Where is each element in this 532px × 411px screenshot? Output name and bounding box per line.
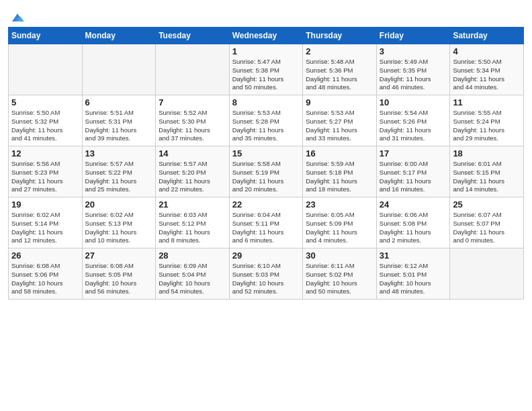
day-number: 29 (232, 250, 300, 261)
calendar-cell (450, 248, 524, 300)
day-number: 16 (306, 148, 373, 158)
day-info: Sunrise: 6:02 AM Sunset: 5:14 PM Dayligh… (11, 211, 79, 245)
day-info: Sunrise: 5:57 AM Sunset: 5:20 PM Dayligh… (159, 160, 226, 194)
day-info: Sunrise: 5:50 AM Sunset: 5:32 PM Dayligh… (11, 109, 79, 143)
day-info: Sunrise: 5:52 AM Sunset: 5:30 PM Dayligh… (159, 109, 226, 143)
calendar-cell: 26Sunrise: 6:08 AM Sunset: 5:06 PM Dayli… (9, 248, 83, 300)
day-header-saturday: Saturday (450, 28, 524, 44)
day-number: 1 (232, 46, 300, 56)
calendar-cell: 21Sunrise: 6:03 AM Sunset: 5:12 PM Dayli… (156, 197, 230, 248)
day-info: Sunrise: 5:56 AM Sunset: 5:23 PM Dayligh… (11, 160, 79, 194)
calendar-cell (9, 44, 83, 95)
calendar-cell: 6Sunrise: 5:51 AM Sunset: 5:31 PM Daylig… (82, 95, 156, 146)
calendar-week-4: 19Sunrise: 6:02 AM Sunset: 5:14 PM Dayli… (9, 197, 524, 248)
calendar-cell: 30Sunrise: 6:11 AM Sunset: 5:02 PM Dayli… (303, 248, 377, 300)
day-number: 5 (11, 97, 79, 107)
calendar-cell: 23Sunrise: 6:05 AM Sunset: 5:09 PM Dayli… (303, 197, 377, 248)
day-info: Sunrise: 6:08 AM Sunset: 5:06 PM Dayligh… (11, 262, 79, 296)
day-number: 23 (306, 199, 373, 210)
calendar-cell: 27Sunrise: 6:08 AM Sunset: 5:05 PM Dayli… (82, 248, 156, 300)
calendar-header-row: SundayMondayTuesdayWednesdayThursdayFrid… (9, 28, 524, 44)
day-number: 27 (85, 250, 153, 261)
day-number: 2 (306, 46, 373, 56)
calendar-cell: 13Sunrise: 5:57 AM Sunset: 5:22 PM Dayli… (82, 146, 156, 197)
day-info: Sunrise: 5:58 AM Sunset: 5:19 PM Dayligh… (232, 160, 300, 194)
calendar-cell: 24Sunrise: 6:06 AM Sunset: 5:08 PM Dayli… (376, 197, 450, 248)
day-info: Sunrise: 5:57 AM Sunset: 5:22 PM Dayligh… (85, 160, 153, 194)
day-number: 14 (159, 148, 226, 158)
day-info: Sunrise: 6:09 AM Sunset: 5:04 PM Dayligh… (159, 262, 226, 296)
logo (8, 9, 26, 23)
day-info: Sunrise: 5:50 AM Sunset: 5:34 PM Dayligh… (453, 58, 521, 92)
calendar-cell: 20Sunrise: 6:02 AM Sunset: 5:13 PM Dayli… (82, 197, 156, 248)
day-info: Sunrise: 6:08 AM Sunset: 5:05 PM Dayligh… (85, 262, 153, 296)
day-number: 15 (232, 148, 300, 158)
header (8, 7, 524, 23)
day-number: 13 (85, 148, 153, 158)
calendar-cell: 16Sunrise: 5:59 AM Sunset: 5:18 PM Dayli… (303, 146, 377, 197)
calendar-cell: 8Sunrise: 5:53 AM Sunset: 5:28 PM Daylig… (229, 95, 303, 146)
day-number: 11 (453, 97, 521, 107)
day-info: Sunrise: 6:11 AM Sunset: 5:02 PM Dayligh… (306, 262, 373, 296)
calendar-cell: 1Sunrise: 5:47 AM Sunset: 5:38 PM Daylig… (229, 44, 303, 95)
day-number: 21 (159, 199, 226, 210)
day-info: Sunrise: 6:12 AM Sunset: 5:01 PM Dayligh… (380, 262, 447, 296)
calendar-cell: 18Sunrise: 6:01 AM Sunset: 5:15 PM Dayli… (450, 146, 524, 197)
calendar-cell: 3Sunrise: 5:49 AM Sunset: 5:35 PM Daylig… (376, 44, 450, 95)
calendar-cell: 12Sunrise: 5:56 AM Sunset: 5:23 PM Dayli… (9, 146, 83, 197)
day-info: Sunrise: 6:05 AM Sunset: 5:09 PM Dayligh… (306, 211, 373, 245)
day-number: 25 (453, 199, 521, 210)
day-number: 4 (453, 46, 521, 56)
day-number: 12 (11, 148, 79, 158)
calendar-week-2: 5Sunrise: 5:50 AM Sunset: 5:32 PM Daylig… (9, 95, 524, 146)
calendar-cell: 14Sunrise: 5:57 AM Sunset: 5:20 PM Dayli… (156, 146, 230, 197)
day-header-friday: Friday (376, 28, 450, 44)
day-number: 28 (159, 250, 226, 261)
day-number: 20 (85, 199, 153, 210)
calendar-cell: 5Sunrise: 5:50 AM Sunset: 5:32 PM Daylig… (9, 95, 83, 146)
calendar-cell: 28Sunrise: 6:09 AM Sunset: 5:04 PM Dayli… (156, 248, 230, 300)
day-info: Sunrise: 6:00 AM Sunset: 5:17 PM Dayligh… (380, 160, 447, 194)
calendar-cell: 29Sunrise: 6:10 AM Sunset: 5:03 PM Dayli… (229, 248, 303, 300)
calendar-week-5: 26Sunrise: 6:08 AM Sunset: 5:06 PM Dayli… (9, 248, 524, 300)
day-number: 31 (380, 250, 447, 261)
calendar-cell: 25Sunrise: 6:07 AM Sunset: 5:07 PM Dayli… (450, 197, 524, 248)
day-info: Sunrise: 5:49 AM Sunset: 5:35 PM Dayligh… (380, 58, 447, 92)
main-container: SundayMondayTuesdayWednesdayThursdayFrid… (0, 0, 532, 305)
day-info: Sunrise: 6:04 AM Sunset: 5:11 PM Dayligh… (232, 211, 300, 245)
day-number: 6 (85, 97, 153, 107)
calendar-cell: 9Sunrise: 5:53 AM Sunset: 5:27 PM Daylig… (303, 95, 377, 146)
day-number: 10 (380, 97, 447, 107)
day-info: Sunrise: 5:53 AM Sunset: 5:28 PM Dayligh… (232, 109, 300, 143)
calendar-cell: 11Sunrise: 5:55 AM Sunset: 5:24 PM Dayli… (450, 95, 524, 146)
calendar-cell: 15Sunrise: 5:58 AM Sunset: 5:19 PM Dayli… (229, 146, 303, 197)
calendar-cell: 31Sunrise: 6:12 AM Sunset: 5:01 PM Dayli… (376, 248, 450, 300)
day-header-tuesday: Tuesday (156, 28, 230, 44)
day-header-thursday: Thursday (303, 28, 377, 44)
calendar-cell (156, 44, 230, 95)
day-header-sunday: Sunday (9, 28, 83, 44)
calendar-cell: 19Sunrise: 6:02 AM Sunset: 5:14 PM Dayli… (9, 197, 83, 248)
day-info: Sunrise: 5:59 AM Sunset: 5:18 PM Dayligh… (306, 160, 373, 194)
day-number: 3 (380, 46, 447, 56)
calendar-table: SundayMondayTuesdayWednesdayThursdayFrid… (8, 27, 524, 300)
calendar-cell: 4Sunrise: 5:50 AM Sunset: 5:34 PM Daylig… (450, 44, 524, 95)
day-number: 24 (380, 199, 447, 210)
day-info: Sunrise: 5:48 AM Sunset: 5:36 PM Dayligh… (306, 58, 373, 92)
logo-icon (9, 9, 26, 26)
calendar-cell: 22Sunrise: 6:04 AM Sunset: 5:11 PM Dayli… (229, 197, 303, 248)
day-info: Sunrise: 5:47 AM Sunset: 5:38 PM Dayligh… (232, 58, 300, 92)
day-info: Sunrise: 5:53 AM Sunset: 5:27 PM Dayligh… (306, 109, 373, 143)
day-number: 7 (159, 97, 226, 107)
day-info: Sunrise: 6:07 AM Sunset: 5:07 PM Dayligh… (453, 211, 521, 245)
day-number: 19 (11, 199, 79, 210)
day-info: Sunrise: 5:55 AM Sunset: 5:24 PM Dayligh… (453, 109, 521, 143)
calendar-week-1: 1Sunrise: 5:47 AM Sunset: 5:38 PM Daylig… (9, 44, 524, 95)
calendar-cell: 2Sunrise: 5:48 AM Sunset: 5:36 PM Daylig… (303, 44, 377, 95)
day-header-monday: Monday (82, 28, 156, 44)
day-info: Sunrise: 5:54 AM Sunset: 5:26 PM Dayligh… (380, 109, 447, 143)
day-info: Sunrise: 6:10 AM Sunset: 5:03 PM Dayligh… (232, 262, 300, 296)
calendar-cell (82, 44, 156, 95)
day-info: Sunrise: 6:03 AM Sunset: 5:12 PM Dayligh… (159, 211, 226, 245)
day-number: 8 (232, 97, 300, 107)
